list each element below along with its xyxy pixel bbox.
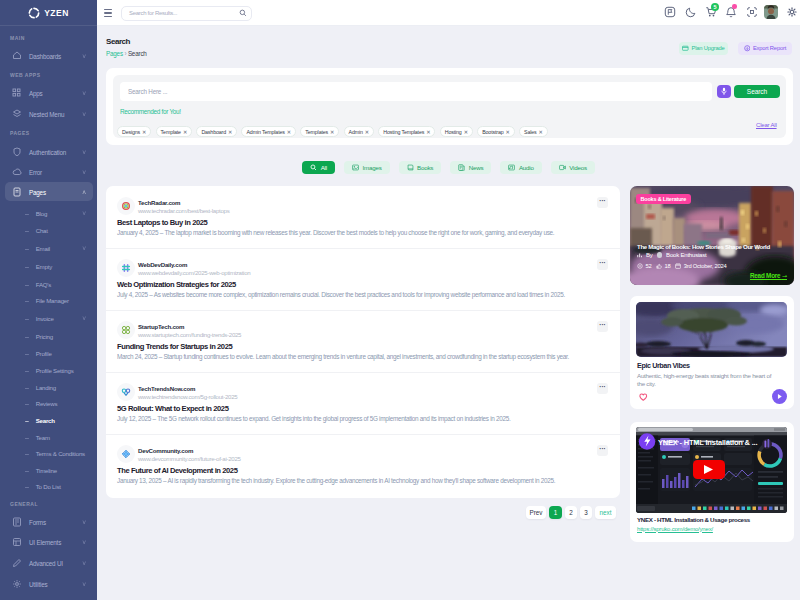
svg-text:YNEX - HTML Installation & ...: YNEX - HTML Installation & ... <box>658 438 757 447</box>
